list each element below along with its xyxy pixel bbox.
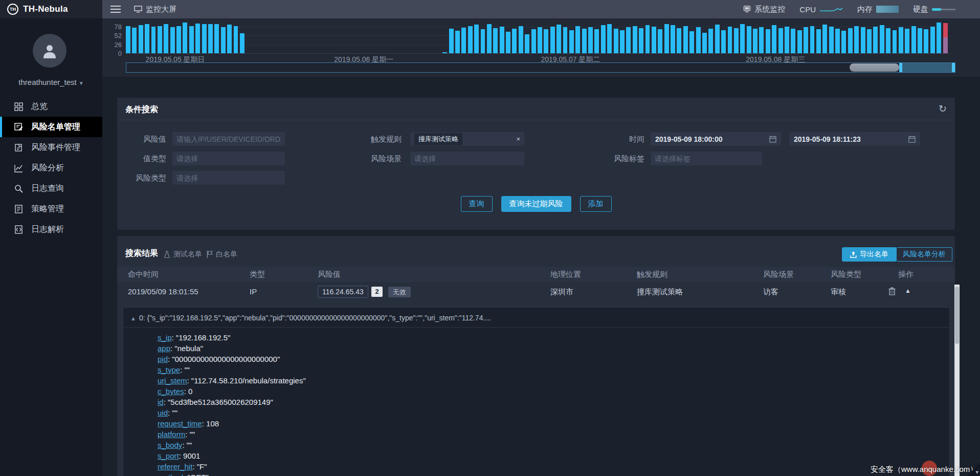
column-header: 风险类型 [831,267,861,282]
datazoom-selection[interactable] [899,63,955,72]
avatar[interactable] [33,34,66,68]
sidebar-item-label: 风险分析 [31,163,64,174]
trigger-rule-select[interactable]: 撞库测试策略 × [410,132,524,146]
trigger-rule-label: 触发规则 [330,132,402,146]
bar [195,24,200,53]
bar [715,25,720,53]
log-parse-icon [14,225,23,234]
chart-bars [126,18,949,53]
datazoom-handle-left[interactable] [899,63,902,72]
status-invalid-tag[interactable]: 无效 [388,287,411,297]
bar [918,28,922,53]
sidebar-item-risk-analysis[interactable]: 风险分析 [0,158,102,178]
bar [240,33,244,53]
detail-key: platform [158,430,185,439]
bar [886,28,890,53]
risk-list-icon [14,123,23,132]
bar [538,27,542,53]
bar [461,28,466,53]
risk-type-select[interactable] [172,171,285,185]
column-header: 类型 [250,267,265,282]
bar [905,29,909,53]
bar [880,25,884,53]
detail-entry: uri_stem: "112.74.58.210/nebula/strategi… [158,376,306,387]
cell-risk-value[interactable]: 116.24.65.43 [318,286,368,298]
sidebar-item-strategy[interactable]: 策略管理 [0,199,102,219]
risk-list-analyze-button[interactable]: 风险名单分析 [896,247,952,262]
export-list-button[interactable]: 导出名单 [842,247,897,262]
bar [708,29,713,53]
sidebar-item-risk-event[interactable]: 风险事件管理 [0,137,102,158]
bar [214,24,219,53]
detail-value: : 9001 [179,451,201,460]
memory-bar [876,6,899,13]
bar [601,25,606,53]
panel-title: 条件搜索 [125,104,158,115]
detail-key: c_bytes [158,387,184,396]
risk-scene-select[interactable] [410,152,524,165]
detail-value: : "000000000000000000000000" [168,355,280,363]
datazoom-handle-right[interactable] [952,63,955,72]
bar [607,24,612,53]
bar [158,26,162,53]
remove-tag-icon[interactable]: × [516,135,520,143]
hamburger-menu-icon[interactable] [110,5,121,13]
chart-datazoom[interactable] [126,62,955,73]
detail-entry: s_ip: "192.168.192.5" [158,333,306,344]
monitor-screen-link[interactable]: 监控大屏 [134,5,176,14]
bar [544,29,548,53]
system-monitor-link[interactable]: 系统监控 [743,5,785,14]
bar [525,34,529,53]
bar [671,25,675,53]
delete-icon[interactable] [888,287,896,297]
add-button[interactable]: 添加 [580,196,612,212]
value-type-select[interactable] [172,152,285,165]
query-unexpired-button[interactable]: 查询未过期风险 [501,196,571,212]
table-row[interactable]: 2019/05/09 18:01:55IP116.24.65.432无效深圳市撞… [117,282,955,301]
results-scrollbar-thumb[interactable] [955,287,959,344]
bar [626,27,631,53]
white-list-toggle[interactable]: 白名单 [207,250,237,259]
white-list-flag-icon [207,251,213,258]
risk-value-input[interactable] [172,132,285,146]
sidebar-item-log-search[interactable]: 日志查询 [0,178,102,199]
time-end-input[interactable]: 2019-05-09 18:11:23 [789,132,920,146]
risk-tag-select[interactable] [651,152,762,165]
bar [639,28,643,53]
bar [183,23,187,53]
sidebar-item-log-parse[interactable]: 日志解析 [0,219,102,240]
test-list-toggle[interactable]: 测试名单 [164,250,202,259]
cpu-label: CPU [799,5,816,14]
detail-key: referer_hit [158,462,192,471]
bar [804,27,808,53]
bar [854,26,859,53]
sidebar-item-risk-list[interactable]: 风险名单管理 [0,117,102,137]
query-button[interactable]: 查询 [461,196,493,212]
cell-geo: 深圳市 [550,282,573,301]
bar [778,28,783,53]
y-axis-tick: 52 [102,32,122,39]
cpu-gauge: CPU [799,5,843,14]
results-scrollbar[interactable] [954,285,960,476]
chevron-down-icon: ▼ [79,80,84,86]
cell-trigger-rule: 撞库测试策略 [637,282,683,301]
refresh-icon[interactable]: ↻ [939,103,947,115]
cell-type: IP [250,282,257,301]
detail-json: s_ip: "192.168.192.5"app: "nebula"pid: "… [158,333,306,476]
bar [455,31,460,53]
sidebar-item-overview[interactable]: 总览 [0,96,102,117]
time-start-input[interactable]: 2019-05-09 18:00:00 [651,132,781,146]
datazoom-thumb[interactable] [850,63,899,72]
detail-value: : "5cd3fbe512a3650026209149" [164,398,273,406]
detail-entry: request_time: 108 [158,419,306,430]
bar [728,27,732,53]
collapse-row-icon[interactable]: ▲ [905,287,911,294]
bar [645,25,650,53]
detail-value: : "" [185,430,195,439]
bar [633,26,637,53]
detail-summary[interactable]: ▲0: {"s_ip":"192.168.192.5","app":"nebul… [130,314,491,322]
detail-value: : "112.74.58.210/nebula/strategies" [187,376,306,385]
log-search-icon [14,184,23,193]
export-icon [850,251,857,258]
username-menu[interactable]: threathunter_test▼ [0,78,102,86]
